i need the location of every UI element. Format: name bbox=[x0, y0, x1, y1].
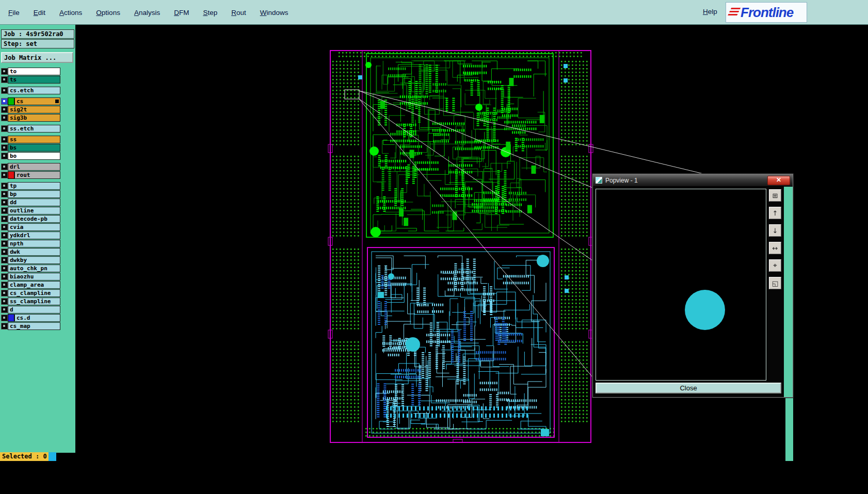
menu-item-edit[interactable]: Edit bbox=[34, 9, 45, 17]
layer-checkbox-d[interactable] bbox=[1, 306, 8, 313]
popview-body: ⊞↑↓↔⌖◱ Close bbox=[593, 187, 793, 397]
next-view-button[interactable]: ↓ bbox=[769, 224, 781, 237]
layer-row-ss[interactable]: ss bbox=[1, 136, 60, 143]
layer-checkbox-ss_clampline[interactable] bbox=[1, 298, 8, 305]
layer-name: bo bbox=[8, 152, 60, 160]
popview-close-button[interactable]: Close bbox=[596, 383, 781, 393]
layer-row-dwkby[interactable]: dwkby bbox=[1, 256, 60, 264]
layer-row-cs.d[interactable]: cs.d bbox=[1, 314, 60, 322]
popview-canvas[interactable] bbox=[596, 189, 766, 381]
layer-row-cs_clampline[interactable]: cs_clampline bbox=[1, 289, 60, 297]
layer-row-auto_chk_pn[interactable]: auto_chk_pn bbox=[1, 265, 60, 272]
popview-right-margin bbox=[784, 187, 793, 397]
layer-checkbox-cs.etch[interactable] bbox=[1, 87, 8, 94]
layer-row-cs.etch[interactable]: cs.etch bbox=[1, 87, 60, 94]
layer-name: rout bbox=[14, 171, 60, 179]
layer-row-clamp_area[interactable]: clamp_area bbox=[1, 281, 60, 289]
layer-name: ydkdrl bbox=[8, 232, 60, 239]
layer-checkbox-outline[interactable] bbox=[1, 207, 8, 214]
layer-checkbox-dd[interactable] bbox=[1, 199, 8, 206]
layer-row-bs[interactable]: bs bbox=[1, 144, 60, 152]
layer-row-ss.etch[interactable]: ss.etch bbox=[1, 125, 60, 133]
layer-checkbox-bs[interactable] bbox=[1, 144, 8, 151]
popview-titlebar[interactable]: Popview - 1 ✕ bbox=[593, 174, 793, 187]
fit-view-button[interactable]: ◱ bbox=[769, 277, 781, 289]
layer-checkbox-drl[interactable] bbox=[1, 163, 8, 170]
capture-view-button[interactable]: ⊞ bbox=[769, 189, 781, 202]
layer-checkbox-rout[interactable] bbox=[1, 172, 8, 178]
layer-checkbox-sig3b[interactable] bbox=[1, 114, 8, 121]
layer-row-to[interactable]: to bbox=[1, 68, 60, 75]
layer-name: cs_map bbox=[8, 322, 60, 330]
popview-title: Popview - 1 bbox=[605, 177, 638, 184]
layer-row-bp[interactable]: bp bbox=[1, 190, 60, 198]
layer-name: clamp_area bbox=[8, 281, 60, 289]
layer-row-drl[interactable]: drl bbox=[1, 163, 60, 171]
application-window: FileEditActionsOptionsAnalysisDFMStepRou… bbox=[0, 0, 868, 494]
layer-row-bo[interactable]: bo bbox=[1, 152, 60, 160]
sidebar: Job : 4s9r502ra0 Step: set Job Matrix ..… bbox=[0, 25, 75, 453]
layer-row-outline[interactable]: outline bbox=[1, 207, 60, 215]
menu-item-analysis[interactable]: Analysis bbox=[134, 9, 160, 17]
menu-item-help[interactable]: Help bbox=[703, 8, 717, 15]
menu-item-file[interactable]: File bbox=[8, 9, 20, 17]
layer-checkbox-biaozhu[interactable] bbox=[1, 273, 8, 280]
layer-checkbox-auto_chk_pn[interactable] bbox=[1, 265, 8, 272]
layer-checkbox-ts[interactable] bbox=[1, 76, 8, 83]
layer-checkbox-ss.etch[interactable] bbox=[1, 125, 8, 132]
layer-checkbox-bp[interactable] bbox=[1, 191, 8, 197]
layer-checkbox-cvia[interactable] bbox=[1, 224, 8, 230]
previous-view-button[interactable]: ↑ bbox=[769, 207, 781, 219]
layer-checkbox-tp[interactable] bbox=[1, 183, 8, 189]
layer-checkbox-datecode-pb[interactable] bbox=[1, 216, 8, 222]
layer-row-biaozhu[interactable]: biaozhu bbox=[1, 273, 60, 281]
layer-checkbox-ydkdrl[interactable] bbox=[1, 232, 8, 239]
layer-checkbox-dwk[interactable] bbox=[1, 249, 8, 255]
center-view-button[interactable]: ⌖ bbox=[769, 259, 781, 272]
menubar: FileEditActionsOptionsAnalysisDFMStepRou… bbox=[0, 0, 868, 25]
layer-row-cs_map[interactable]: cs_map bbox=[1, 322, 60, 330]
menu-item-dfm[interactable]: DFM bbox=[174, 9, 189, 17]
layer-checkbox-cs_clampline[interactable] bbox=[1, 290, 8, 297]
layer-row-tp[interactable]: tp bbox=[1, 182, 60, 190]
layer-name: auto_chk_pn bbox=[8, 265, 60, 272]
layer-row-cs[interactable]: cs bbox=[1, 97, 60, 105]
job-matrix-button[interactable]: Job Matrix ... bbox=[1, 52, 73, 63]
menu-item-rout[interactable]: Rout bbox=[231, 9, 246, 17]
layer-row-sig3b[interactable]: sig3b bbox=[1, 114, 60, 122]
layer-row-ydkdrl[interactable]: ydkdrl bbox=[1, 232, 60, 239]
menu-item-actions[interactable]: Actions bbox=[59, 9, 82, 17]
layer-checkbox-sig2t[interactable] bbox=[1, 106, 8, 113]
layer-checkbox-npth[interactable] bbox=[1, 240, 8, 247]
layer-checkbox-cs_map[interactable] bbox=[1, 323, 8, 330]
layer-row-npth[interactable]: npth bbox=[1, 240, 60, 248]
layer-checkbox-clamp_area[interactable] bbox=[1, 282, 8, 288]
layer-row-d[interactable]: d bbox=[1, 306, 60, 314]
layer-row-ts[interactable]: ts bbox=[1, 76, 60, 84]
layer-checkbox-cs[interactable] bbox=[1, 98, 8, 105]
popview-window: Popview - 1 ✕ ⊞↑↓↔⌖◱ Close bbox=[592, 174, 793, 398]
layer-checkbox-to[interactable] bbox=[1, 68, 8, 75]
layer-row-rout[interactable]: rout bbox=[1, 171, 60, 179]
popview-toolbar: ⊞↑↓↔⌖◱ bbox=[769, 189, 782, 289]
layer-list: totscs.etchcssig2tsig3bss.etchssbsbodrlr… bbox=[1, 68, 75, 330]
pcb-viewport[interactable] bbox=[324, 45, 598, 449]
menu-item-options[interactable]: Options bbox=[96, 9, 120, 17]
layer-row-sig2t[interactable]: sig2t bbox=[1, 106, 60, 113]
layer-name: bs bbox=[8, 144, 60, 152]
layer-checkbox-ss[interactable] bbox=[1, 136, 8, 143]
layer-row-cvia[interactable]: cvia bbox=[1, 223, 60, 231]
layer-checkbox-cs.d[interactable] bbox=[1, 315, 8, 321]
swap-view-button[interactable]: ↔ bbox=[769, 242, 781, 254]
menu-item-step[interactable]: Step bbox=[203, 9, 217, 17]
layer-row-dd[interactable]: dd bbox=[1, 199, 60, 206]
layer-row-dwk[interactable]: dwk bbox=[1, 248, 60, 256]
popview-close-icon[interactable]: ✕ bbox=[767, 176, 790, 185]
layer-checkbox-bo[interactable] bbox=[1, 153, 8, 159]
menu-item-windows[interactable]: Windows bbox=[260, 9, 288, 17]
step-label: Step: set bbox=[1, 39, 74, 48]
status-color-chip bbox=[49, 452, 56, 461]
layer-row-datecode-pb[interactable]: datecode-pb bbox=[1, 215, 60, 223]
layer-checkbox-dwkby[interactable] bbox=[1, 257, 8, 264]
layer-row-ss_clampline[interactable]: ss_clampline bbox=[1, 298, 60, 305]
